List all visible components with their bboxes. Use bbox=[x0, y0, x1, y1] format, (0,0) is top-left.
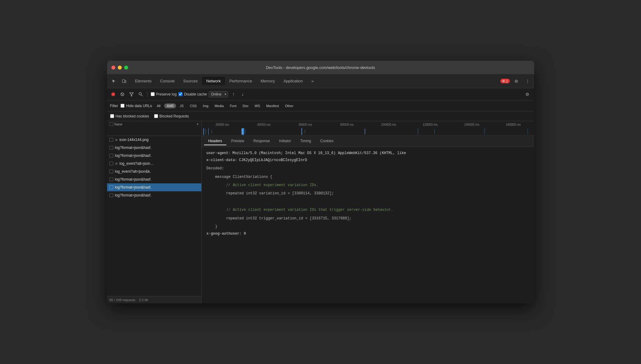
request-count: 66 / 149 requests bbox=[110, 298, 135, 302]
toolbar-divider-1 bbox=[147, 91, 148, 97]
search-icon[interactable] bbox=[137, 91, 144, 98]
filter-tag-xhr[interactable]: XHR bbox=[164, 103, 176, 108]
code-line-5: repeated int32 trigger_variation_id = [3… bbox=[207, 214, 529, 223]
filter-tag-all[interactable]: All bbox=[154, 103, 163, 108]
code-line-text-6: } bbox=[215, 225, 217, 229]
code-line-2: repeated int32 variation_id = [3300114, … bbox=[207, 189, 529, 198]
tab-sources[interactable]: Sources bbox=[179, 77, 202, 85]
has-blocked-cookies-label[interactable]: Has blocked cookies bbox=[110, 114, 149, 118]
more-options-icon[interactable]: ⋮ bbox=[523, 77, 532, 85]
minimize-button[interactable] bbox=[118, 66, 122, 70]
blocked-requests-checkbox[interactable] bbox=[154, 114, 158, 118]
code-line-4: // Active client experiment variation ID… bbox=[207, 206, 529, 214]
timeline-label-6: 140000 ms bbox=[451, 123, 492, 126]
file-item[interactable]: log?format=json&hasf. bbox=[107, 191, 201, 199]
preserve-log-checkbox[interactable] bbox=[151, 92, 155, 96]
file-item[interactable]: ⚙ icon-144x144.png bbox=[107, 136, 201, 144]
blocked-requests-text: Blocked Requests bbox=[160, 114, 189, 118]
tab-network[interactable]: Network bbox=[202, 77, 225, 85]
timeline-labels: 20000 ms 40000 ms 60000 ms 80000 ms 1000… bbox=[202, 121, 534, 126]
file-checkbox[interactable] bbox=[110, 186, 113, 189]
settings-icon[interactable]: ⚙ bbox=[512, 77, 521, 85]
hide-data-urls-checkbox[interactable] bbox=[121, 104, 124, 108]
file-name: log?format=json&hasf. bbox=[115, 146, 152, 150]
timeline-area: 20000 ms 40000 ms 60000 ms 80000 ms 1000… bbox=[202, 121, 534, 135]
content-area: ⚙ icon-144x144.png log?format=json&hasf.… bbox=[107, 136, 534, 303]
file-checkbox[interactable] bbox=[110, 178, 113, 181]
details-panel: Headers Preview Response Initiator Timin… bbox=[202, 136, 534, 303]
file-checkbox[interactable] bbox=[110, 193, 113, 197]
has-blocked-cookies-checkbox[interactable] bbox=[110, 114, 114, 118]
filter-tag-css[interactable]: CSS bbox=[187, 103, 199, 108]
code-line-text-0: message ClientVariations { bbox=[215, 175, 272, 179]
file-checkbox[interactable] bbox=[110, 146, 113, 150]
filter-icon[interactable] bbox=[128, 91, 135, 98]
file-item[interactable]: log?format=json&hasf. bbox=[107, 175, 201, 183]
blocked-requests-label[interactable]: Blocked Requests bbox=[154, 114, 189, 118]
header-x-client-data: x-client-data: CJK2yQEIpLbJAQirncoBCIesy… bbox=[207, 157, 529, 163]
file-item[interactable]: log?format=json&hasf. bbox=[107, 152, 201, 160]
throttle-select[interactable]: Online bbox=[209, 91, 228, 97]
tab-response[interactable]: Response bbox=[249, 137, 274, 145]
header-user-agent: user-agent: Mozilla/5.0 (Macintosh; Inte… bbox=[207, 150, 529, 156]
file-item-selected[interactable]: log?format=json&hasf. bbox=[107, 183, 201, 191]
tabs-right-actions: ⊗ 1 ⚙ ⋮ bbox=[500, 77, 531, 85]
preserve-log-label[interactable]: Preserve log bbox=[151, 92, 177, 96]
file-checkbox[interactable] bbox=[110, 162, 113, 165]
tab-application[interactable]: Application bbox=[279, 77, 307, 85]
svg-line-4 bbox=[121, 93, 123, 95]
filter-row: Filter Hide data URLs All XHR JS CSS Img… bbox=[107, 100, 534, 111]
tab-performance[interactable]: Performance bbox=[225, 77, 256, 85]
filter-tag-manifest[interactable]: Manifest bbox=[264, 103, 281, 108]
tab-more[interactable]: » bbox=[307, 77, 318, 85]
clear-button[interactable] bbox=[119, 91, 126, 98]
filter-tag-ws[interactable]: WS bbox=[252, 103, 263, 108]
file-item[interactable]: log_event?alt=json&k. bbox=[107, 168, 201, 175]
code-line-0: message ClientVariations { bbox=[207, 173, 529, 181]
record-button[interactable] bbox=[110, 91, 117, 98]
file-item[interactable]: ⚙ log_event?alt=json… bbox=[107, 160, 201, 168]
tab-cookies[interactable]: Cookies bbox=[316, 137, 338, 145]
file-checkbox[interactable] bbox=[110, 154, 113, 157]
code-line-1: // Active client experiment variation ID… bbox=[207, 181, 529, 189]
tab-initiator[interactable]: Initiator bbox=[275, 137, 295, 145]
tab-memory[interactable]: Memory bbox=[256, 77, 279, 85]
svg-rect-1 bbox=[125, 81, 126, 83]
cursor-icon[interactable] bbox=[110, 77, 118, 85]
filter-tag-other[interactable]: Other bbox=[283, 103, 296, 108]
tab-headers[interactable]: Headers bbox=[204, 137, 226, 145]
svg-rect-18 bbox=[418, 128, 418, 135]
filter-tag-js[interactable]: JS bbox=[177, 103, 186, 108]
files-list: ⚙ icon-144x144.png log?format=json&hasf.… bbox=[107, 136, 201, 296]
filter-label: Filter bbox=[110, 104, 118, 108]
hide-data-urls-label[interactable]: Hide data URLs bbox=[121, 104, 152, 108]
transfer-size: 2.5 Mi bbox=[139, 298, 148, 302]
tab-console[interactable]: Console bbox=[156, 77, 179, 85]
disable-cache-label[interactable]: Disable cache bbox=[178, 92, 207, 96]
import-har-icon[interactable]: ↑ bbox=[230, 91, 237, 98]
tab-preview[interactable]: Preview bbox=[227, 137, 249, 145]
svg-rect-19 bbox=[434, 129, 435, 134]
error-badge[interactable]: ⊗ 1 bbox=[500, 79, 510, 83]
svg-rect-22 bbox=[243, 128, 243, 135]
tab-timing[interactable]: Timing bbox=[296, 137, 315, 145]
file-checkbox[interactable] bbox=[110, 138, 113, 142]
has-blocked-cookies-text: Has blocked cookies bbox=[116, 114, 149, 118]
maximize-button[interactable] bbox=[124, 66, 128, 70]
tab-elements[interactable]: Elements bbox=[131, 77, 156, 85]
network-settings-icon[interactable]: ⚙ bbox=[523, 90, 532, 99]
close-button[interactable] bbox=[111, 66, 115, 70]
file-item[interactable]: log?format=json&hasf. bbox=[107, 144, 201, 152]
filter-tag-font[interactable]: Font bbox=[227, 103, 239, 108]
timeline-label-1: 40000 ms bbox=[243, 123, 285, 126]
disable-cache-checkbox[interactable] bbox=[178, 92, 182, 96]
filter-tag-doc[interactable]: Doc bbox=[240, 103, 251, 108]
device-toolbar-icon[interactable] bbox=[120, 77, 128, 85]
filter-tag-img[interactable]: Img bbox=[200, 103, 211, 108]
file-checkbox[interactable] bbox=[110, 170, 113, 173]
decoded-label: Decoded: bbox=[207, 166, 224, 171]
filter-tag-media[interactable]: Media bbox=[212, 103, 226, 108]
export-har-icon[interactable]: ↓ bbox=[239, 91, 246, 98]
timeline-label-5: 120000 ms bbox=[409, 123, 451, 126]
timeline-left-spacer: Name × bbox=[107, 121, 202, 135]
